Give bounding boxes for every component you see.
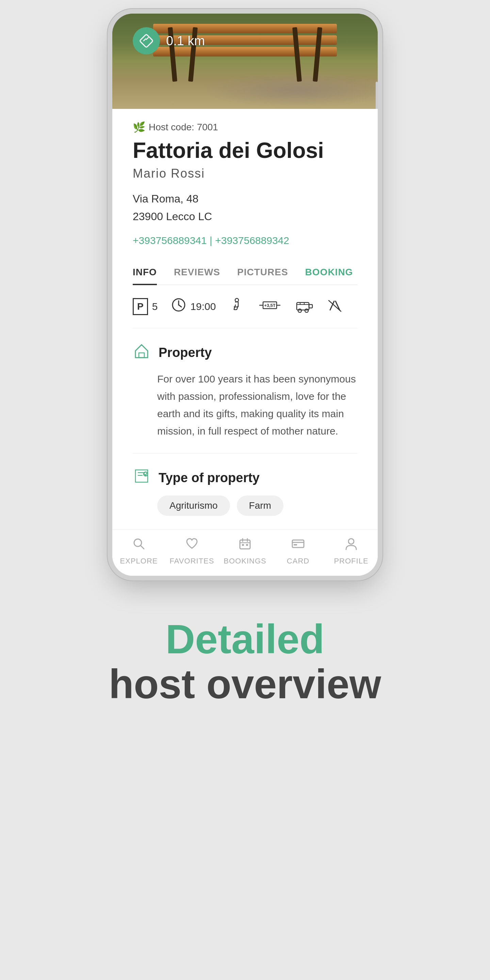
bottom-nav: EXPLORE FAVORITES — [112, 530, 378, 576]
content-area: 🌿 Host code: 7001 Fattoria dei Golosi Ma… — [112, 109, 378, 530]
host-code-label: Host code: 7001 — [149, 122, 218, 133]
svg-rect-14 — [139, 353, 144, 358]
nav-favorites[interactable]: FAVORITES — [165, 537, 218, 566]
tags-container: Agriturismo Farm — [157, 495, 357, 516]
scrollbar — [375, 14, 378, 109]
svg-rect-18 — [240, 540, 250, 549]
svg-rect-22 — [242, 544, 244, 546]
svg-text:+3,5T: +3,5T — [264, 303, 276, 308]
feature-time: 19:00 — [171, 298, 216, 315]
property-icon — [133, 342, 150, 363]
type-icon — [133, 467, 150, 488]
address: Via Roma, 48 23900 Lecco LC — [133, 190, 357, 225]
feature-accessible — [229, 298, 244, 316]
accessible-icon — [229, 298, 244, 316]
nav-card[interactable]: CARD — [272, 537, 325, 566]
distance-icon — [133, 27, 160, 54]
hero-image: 0.1 km — [112, 14, 378, 109]
address-line2: 23900 Lecco LC — [133, 208, 357, 225]
profile-label: PROFILE — [334, 557, 368, 566]
card-label: CARD — [287, 557, 309, 566]
svg-line-17 — [140, 546, 144, 549]
distance-value: 0.1 km — [166, 34, 205, 48]
weight-icon: +3,5T — [258, 298, 282, 315]
svg-line-3 — [179, 305, 181, 307]
tab-pictures[interactable]: PICTURES — [237, 260, 288, 285]
explore-label: EXPLORE — [120, 557, 158, 566]
tab-booking[interactable]: BOOKING — [305, 260, 353, 285]
feature-parking: P 5 — [133, 298, 158, 315]
favorites-icon — [185, 537, 199, 554]
nav-profile[interactable]: PROFILE — [325, 537, 378, 566]
profile-icon — [344, 537, 358, 554]
host-code: 🌿 Host code: 7001 — [133, 109, 357, 138]
clock-icon — [171, 298, 186, 315]
nav-bookings[interactable]: BOOKINGS — [218, 537, 272, 566]
phone-shell: 0.1 km 🌿 Host code: 7001 Fattoria dei Go… — [112, 14, 378, 576]
svg-point-8 — [298, 309, 301, 312]
property-title: Property — [159, 345, 212, 360]
service-icon — [327, 298, 342, 315]
type-title: Type of property — [159, 471, 259, 485]
bottom-section: Detailed host overview — [0, 576, 490, 733]
explore-icon — [132, 537, 146, 554]
card-icon — [291, 537, 305, 554]
nav-explore[interactable]: EXPLORE — [112, 537, 165, 566]
property-name: Fattoria dei Golosi — [133, 138, 357, 162]
time-value: 19:00 — [190, 301, 216, 312]
parking-count: 5 — [152, 301, 158, 312]
tag-agriturismo: Agriturismo — [157, 495, 230, 516]
bottom-title-line2: host overview — [0, 662, 490, 706]
svg-rect-23 — [246, 544, 248, 546]
svg-point-27 — [348, 539, 354, 544]
owner-name: Mario Rossi — [133, 166, 357, 181]
feature-service — [327, 298, 342, 315]
phone-numbers[interactable]: +393756889341 | +393756889342 — [133, 235, 357, 247]
svg-point-4 — [235, 298, 239, 302]
property-description: For over 100 years it has been synonymou… — [157, 370, 357, 440]
address-line1: Via Roma, 48 — [133, 190, 357, 208]
parking-icon: P — [133, 298, 148, 315]
svg-rect-0 — [140, 34, 153, 48]
svg-point-9 — [305, 309, 308, 312]
bookings-label: BOOKINGS — [224, 557, 266, 566]
tag-farm: Farm — [237, 495, 283, 516]
tab-reviews[interactable]: REVIEWS — [174, 260, 220, 285]
svg-rect-26 — [294, 544, 297, 546]
feature-camper — [295, 298, 314, 315]
type-section: Type of property Agriturismo Farm — [133, 453, 357, 530]
bookings-icon — [238, 537, 252, 554]
features-row: P 5 19:00 — [133, 285, 357, 328]
bottom-title-line1: Detailed — [0, 617, 490, 662]
favorites-label: FAVORITES — [170, 557, 215, 566]
tabs-bar: INFO REVIEWS PICTURES BOOKING — [133, 260, 357, 285]
svg-rect-24 — [292, 540, 304, 547]
distance-badge: 0.1 km — [133, 27, 205, 54]
svg-rect-7 — [309, 305, 312, 308]
feature-weight: +3,5T — [258, 298, 282, 315]
leaf-icon: 🌿 — [133, 121, 145, 133]
property-section: Property For over 100 years it has been … — [133, 328, 357, 453]
tab-info[interactable]: INFO — [133, 260, 157, 285]
camper-icon — [295, 298, 314, 315]
